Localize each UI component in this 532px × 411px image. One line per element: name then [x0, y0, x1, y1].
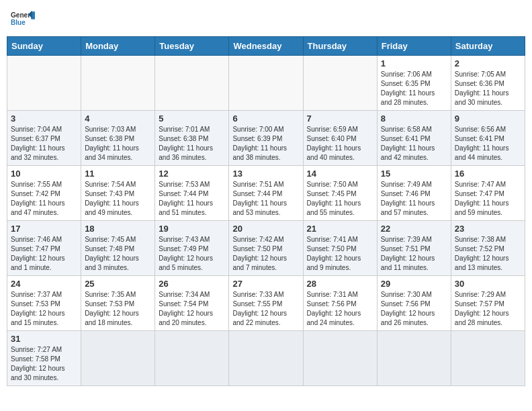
calendar-cell: 12Sunrise: 7:53 AM Sunset: 7:44 PM Dayli…: [155, 166, 229, 221]
calendar-cell: 10Sunrise: 7:55 AM Sunset: 7:42 PM Dayli…: [7, 166, 81, 221]
day-info: Sunrise: 7:00 AM Sunset: 6:39 PM Dayligh…: [232, 125, 299, 163]
calendar-cell: 17Sunrise: 7:46 AM Sunset: 7:47 PM Dayli…: [7, 221, 81, 276]
calendar-cell: [303, 56, 377, 111]
day-info: Sunrise: 7:33 AM Sunset: 7:55 PM Dayligh…: [232, 290, 299, 328]
weekday-header-saturday: Saturday: [451, 37, 525, 56]
day-number: 22: [381, 224, 447, 234]
day-info: Sunrise: 7:34 AM Sunset: 7:54 PM Dayligh…: [159, 290, 225, 328]
day-number: 26: [159, 279, 225, 289]
calendar-cell: 8Sunrise: 6:58 AM Sunset: 6:41 PM Daylig…: [377, 111, 451, 166]
day-info: Sunrise: 7:55 AM Sunset: 7:42 PM Dayligh…: [11, 180, 77, 218]
day-number: 28: [307, 279, 373, 289]
calendar-cell: 18Sunrise: 7:45 AM Sunset: 7:48 PM Dayli…: [81, 221, 155, 276]
calendar-cell: 9Sunrise: 6:56 AM Sunset: 6:41 PM Daylig…: [451, 111, 525, 166]
calendar-week-row: 24Sunrise: 7:37 AM Sunset: 7:53 PM Dayli…: [7, 276, 525, 331]
day-number: 4: [85, 113, 151, 124]
day-info: Sunrise: 7:37 AM Sunset: 7:53 PM Dayligh…: [11, 290, 77, 328]
calendar-week-row: 1Sunrise: 7:06 AM Sunset: 6:35 PM Daylig…: [7, 56, 525, 111]
calendar-cell: 22Sunrise: 7:39 AM Sunset: 7:51 PM Dayli…: [377, 221, 451, 276]
day-number: 16: [455, 169, 521, 179]
day-number: 10: [11, 169, 77, 179]
day-info: Sunrise: 6:59 AM Sunset: 6:40 PM Dayligh…: [307, 125, 373, 163]
day-number: 2: [455, 58, 521, 68]
calendar-cell: [377, 331, 451, 386]
day-info: Sunrise: 7:01 AM Sunset: 6:38 PM Dayligh…: [159, 125, 225, 163]
generalblue-logo-icon: General Blue: [11, 9, 35, 28]
calendar-cell: 26Sunrise: 7:34 AM Sunset: 7:54 PM Dayli…: [155, 276, 229, 331]
weekday-header-wednesday: Wednesday: [229, 37, 303, 56]
calendar-cell: 11Sunrise: 7:54 AM Sunset: 7:43 PM Dayli…: [81, 166, 155, 221]
weekday-header-row: SundayMondayTuesdayWednesdayThursdayFrid…: [7, 37, 525, 56]
day-info: Sunrise: 7:29 AM Sunset: 7:57 PM Dayligh…: [455, 290, 521, 328]
calendar-cell: 13Sunrise: 7:51 AM Sunset: 7:44 PM Dayli…: [229, 166, 303, 221]
day-number: 12: [159, 169, 225, 179]
day-info: Sunrise: 7:35 AM Sunset: 7:53 PM Dayligh…: [85, 290, 151, 328]
calendar-cell: [451, 331, 525, 386]
day-number: 23: [455, 224, 521, 234]
weekday-header-sunday: Sunday: [7, 37, 81, 56]
day-number: 7: [307, 113, 373, 124]
calendar-cell: 16Sunrise: 7:47 AM Sunset: 7:47 PM Dayli…: [451, 166, 525, 221]
calendar-cell: [303, 331, 377, 386]
calendar-cell: 6Sunrise: 7:00 AM Sunset: 6:39 PM Daylig…: [229, 111, 303, 166]
calendar-cell: 29Sunrise: 7:30 AM Sunset: 7:56 PM Dayli…: [377, 276, 451, 331]
logo: General Blue: [11, 9, 35, 28]
calendar-week-row: 17Sunrise: 7:46 AM Sunset: 7:47 PM Dayli…: [7, 221, 525, 276]
day-info: Sunrise: 6:56 AM Sunset: 6:41 PM Dayligh…: [455, 125, 521, 163]
day-number: 9: [455, 113, 521, 124]
calendar-cell: [155, 56, 229, 111]
calendar-cell: [7, 56, 81, 111]
day-info: Sunrise: 7:38 AM Sunset: 7:52 PM Dayligh…: [455, 235, 521, 273]
day-number: 15: [381, 169, 447, 179]
day-info: Sunrise: 7:46 AM Sunset: 7:47 PM Dayligh…: [11, 235, 77, 273]
calendar-cell: 25Sunrise: 7:35 AM Sunset: 7:53 PM Dayli…: [81, 276, 155, 331]
calendar-cell: [229, 56, 303, 111]
day-info: Sunrise: 7:54 AM Sunset: 7:43 PM Dayligh…: [85, 180, 151, 218]
day-info: Sunrise: 7:47 AM Sunset: 7:47 PM Dayligh…: [455, 180, 521, 218]
day-info: Sunrise: 7:49 AM Sunset: 7:46 PM Dayligh…: [381, 180, 447, 218]
svg-text:Blue: Blue: [11, 19, 26, 26]
day-info: Sunrise: 7:03 AM Sunset: 6:38 PM Dayligh…: [85, 125, 151, 163]
calendar-cell: 31Sunrise: 7:27 AM Sunset: 7:58 PM Dayli…: [7, 331, 81, 386]
calendar-cell: 24Sunrise: 7:37 AM Sunset: 7:53 PM Dayli…: [7, 276, 81, 331]
calendar-cell: 19Sunrise: 7:43 AM Sunset: 7:49 PM Dayli…: [155, 221, 229, 276]
day-number: 27: [232, 279, 299, 289]
calendar-table: SundayMondayTuesdayWednesdayThursdayFrid…: [7, 36, 525, 386]
day-info: Sunrise: 7:51 AM Sunset: 7:44 PM Dayligh…: [232, 180, 299, 218]
day-info: Sunrise: 7:06 AM Sunset: 6:35 PM Dayligh…: [381, 70, 447, 107]
day-info: Sunrise: 7:43 AM Sunset: 7:49 PM Dayligh…: [159, 235, 225, 273]
calendar-cell: 27Sunrise: 7:33 AM Sunset: 7:55 PM Dayli…: [229, 276, 303, 331]
day-number: 11: [85, 169, 151, 179]
calendar-week-row: 31Sunrise: 7:27 AM Sunset: 7:58 PM Dayli…: [7, 331, 525, 386]
day-info: Sunrise: 7:45 AM Sunset: 7:48 PM Dayligh…: [85, 235, 151, 273]
weekday-header-thursday: Thursday: [303, 37, 377, 56]
calendar-cell: 7Sunrise: 6:59 AM Sunset: 6:40 PM Daylig…: [303, 111, 377, 166]
day-number: 8: [381, 113, 447, 124]
calendar-cell: 23Sunrise: 7:38 AM Sunset: 7:52 PM Dayli…: [451, 221, 525, 276]
weekday-header-tuesday: Tuesday: [155, 37, 229, 56]
calendar-cell: 4Sunrise: 7:03 AM Sunset: 6:38 PM Daylig…: [81, 111, 155, 166]
calendar-cell: 15Sunrise: 7:49 AM Sunset: 7:46 PM Dayli…: [377, 166, 451, 221]
weekday-header-friday: Friday: [377, 37, 451, 56]
day-number: 6: [232, 113, 299, 124]
page-header: General Blue: [7, 7, 525, 31]
day-number: 3: [11, 113, 77, 124]
day-number: 25: [85, 279, 151, 289]
day-info: Sunrise: 7:42 AM Sunset: 7:50 PM Dayligh…: [232, 235, 299, 273]
day-number: 24: [11, 279, 77, 289]
day-info: Sunrise: 7:05 AM Sunset: 6:36 PM Dayligh…: [455, 70, 521, 107]
day-number: 1: [381, 58, 447, 68]
calendar-cell: [81, 331, 155, 386]
calendar-cell: [229, 331, 303, 386]
day-info: Sunrise: 7:31 AM Sunset: 7:56 PM Dayligh…: [307, 290, 373, 328]
day-info: Sunrise: 7:04 AM Sunset: 6:37 PM Dayligh…: [11, 125, 77, 163]
calendar-cell: 14Sunrise: 7:50 AM Sunset: 7:45 PM Dayli…: [303, 166, 377, 221]
day-number: 31: [11, 334, 77, 344]
calendar-cell: 2Sunrise: 7:05 AM Sunset: 6:36 PM Daylig…: [451, 56, 525, 111]
calendar-cell: 5Sunrise: 7:01 AM Sunset: 6:38 PM Daylig…: [155, 111, 229, 166]
day-info: Sunrise: 7:30 AM Sunset: 7:56 PM Dayligh…: [381, 290, 447, 328]
day-number: 5: [159, 113, 225, 124]
calendar-cell: 28Sunrise: 7:31 AM Sunset: 7:56 PM Dayli…: [303, 276, 377, 331]
day-info: Sunrise: 7:41 AM Sunset: 7:50 PM Dayligh…: [307, 235, 373, 273]
calendar-cell: [81, 56, 155, 111]
